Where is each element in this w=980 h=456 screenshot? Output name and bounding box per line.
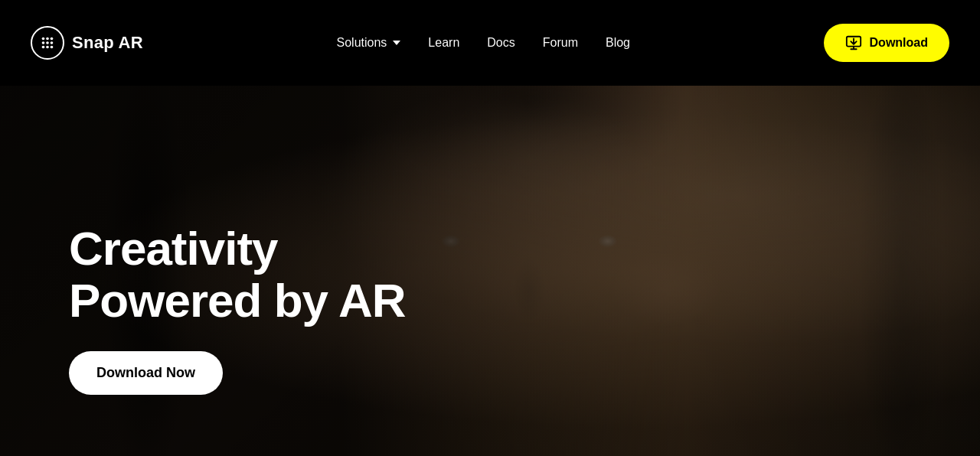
svg-point-7 bbox=[46, 46, 49, 49]
download-btn-icon bbox=[845, 34, 862, 51]
hero-section: Creativity Powered by AR Download Now bbox=[0, 86, 980, 456]
chevron-down-icon bbox=[393, 41, 400, 45]
nav-blog[interactable]: Blog bbox=[606, 36, 630, 50]
svg-point-2 bbox=[51, 37, 54, 41]
svg-point-4 bbox=[46, 41, 49, 44]
svg-point-5 bbox=[51, 41, 54, 44]
nav-forum[interactable]: Forum bbox=[543, 36, 578, 50]
hero-content: Creativity Powered by AR Download Now bbox=[69, 223, 405, 395]
grid-icon bbox=[39, 34, 56, 51]
navbar: Snap AR Solutions Learn Docs Forum Blog … bbox=[0, 0, 980, 86]
svg-point-1 bbox=[46, 37, 49, 41]
logo-icon bbox=[31, 26, 64, 60]
hero-cta-button[interactable]: Download Now bbox=[69, 351, 223, 395]
nav-docs[interactable]: Docs bbox=[487, 36, 514, 50]
brand-logo[interactable]: Snap AR bbox=[31, 26, 143, 60]
logo-text: Snap AR bbox=[72, 33, 143, 53]
svg-point-3 bbox=[42, 41, 45, 44]
nav-solutions[interactable]: Solutions bbox=[337, 36, 401, 50]
hero-title: Creativity Powered by AR bbox=[69, 223, 405, 327]
svg-point-0 bbox=[42, 37, 45, 41]
svg-point-6 bbox=[42, 46, 45, 49]
navbar-nav: Solutions Learn Docs Forum Blog bbox=[337, 36, 630, 50]
nav-learn[interactable]: Learn bbox=[428, 36, 459, 50]
download-button[interactable]: Download bbox=[824, 24, 949, 62]
svg-point-8 bbox=[51, 46, 54, 49]
